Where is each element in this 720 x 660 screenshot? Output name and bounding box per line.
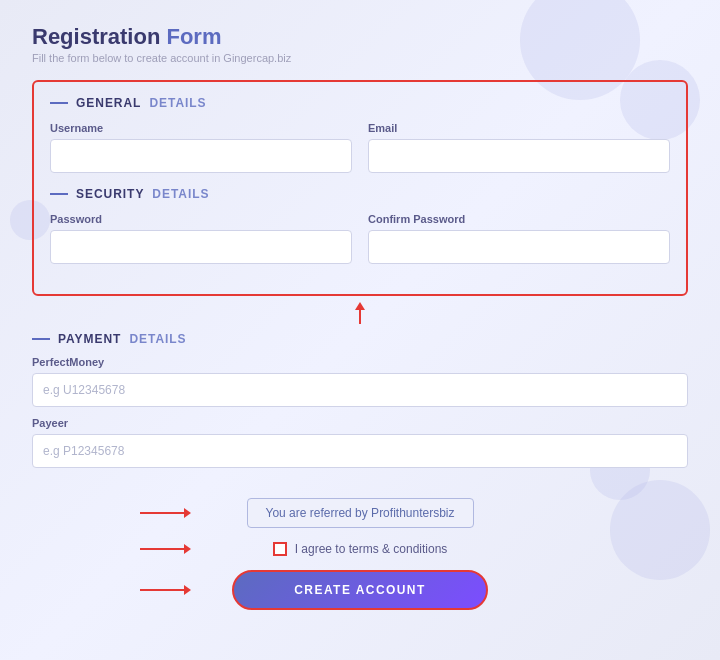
email-input[interactable] — [368, 139, 670, 173]
payment-section-header: Payment Details — [32, 332, 688, 346]
page-subtitle: Fill the form below to create account in… — [32, 52, 688, 64]
confirm-password-label: Confirm Password — [368, 213, 670, 225]
confirm-password-group: Confirm Password — [368, 213, 670, 264]
password-group: Password — [50, 213, 352, 264]
terms-checkbox[interactable] — [273, 542, 287, 556]
submit-arrow — [140, 585, 191, 595]
terms-arrow — [140, 544, 191, 554]
payeer-label: Payeer — [32, 417, 688, 429]
username-label: Username — [50, 122, 352, 134]
terms-label: I agree to terms & conditions — [295, 542, 448, 556]
perfectmoney-input[interactable] — [32, 373, 688, 407]
arrow-up-indicator — [32, 302, 688, 326]
referral-box: You are referred by Profithuntersbiz — [247, 498, 474, 528]
perfectmoney-label: PerfectMoney — [32, 356, 688, 368]
submit-row: CREATE ACCOUNT — [32, 570, 688, 610]
section-dash-security — [50, 193, 68, 195]
page-title: Registration Form — [32, 24, 688, 50]
page-header: Registration Form Fill the form below to… — [32, 24, 688, 64]
email-label: Email — [368, 122, 670, 134]
username-group: Username — [50, 122, 352, 173]
email-group: Email — [368, 122, 670, 173]
password-label: Password — [50, 213, 352, 225]
security-section-header: Security Details — [50, 187, 670, 201]
confirm-password-input[interactable] — [368, 230, 670, 264]
general-fields-row: Username Email — [50, 122, 670, 173]
general-security-section: General Details Username Email Security … — [32, 80, 688, 296]
username-input[interactable] — [50, 139, 352, 173]
referral-row: You are referred by Profithuntersbiz — [32, 498, 688, 528]
referral-arrow — [140, 508, 191, 518]
section-dash — [50, 102, 68, 104]
payment-section: Payment Details PerfectMoney Payeer — [32, 332, 688, 488]
payeer-group: Payeer — [32, 417, 688, 468]
terms-row: I agree to terms & conditions — [32, 542, 688, 556]
create-account-button[interactable]: CREATE ACCOUNT — [232, 570, 488, 610]
payeer-input[interactable] — [32, 434, 688, 468]
perfectmoney-group: PerfectMoney — [32, 356, 688, 407]
section-dash-payment — [32, 338, 50, 340]
password-input[interactable] — [50, 230, 352, 264]
general-section-header: General Details — [50, 96, 670, 110]
svg-marker-1 — [355, 302, 365, 310]
security-fields-row: Password Confirm Password — [50, 213, 670, 264]
